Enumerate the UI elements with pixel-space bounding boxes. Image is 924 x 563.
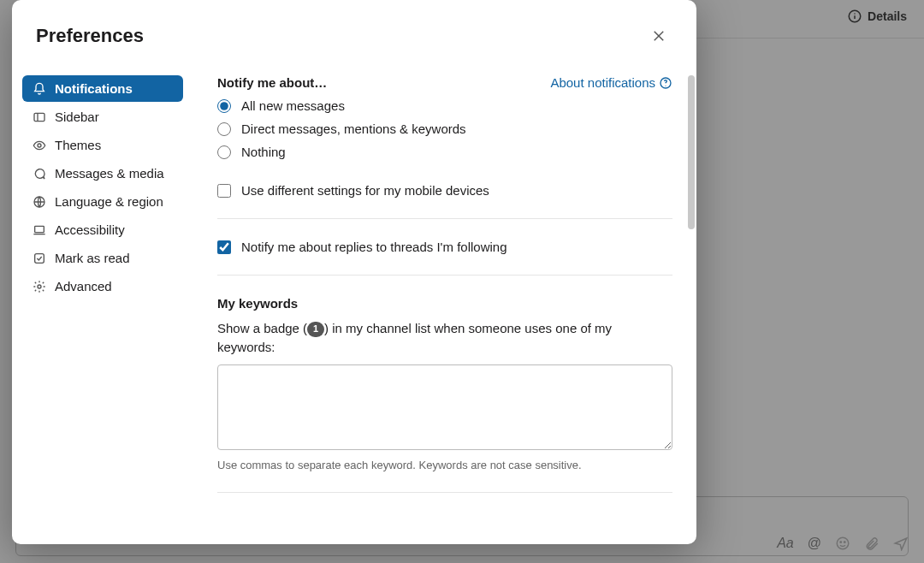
help-icon — [659, 76, 672, 90]
sidebar-item-messages-media[interactable]: Messages & media — [22, 160, 183, 187]
notify-radio-nothing[interactable]: Nothing — [217, 145, 672, 159]
gear-icon — [33, 280, 46, 293]
notify-radio-nothing-input[interactable] — [217, 145, 231, 159]
svg-rect-12 — [35, 226, 44, 232]
scrollbar-thumb[interactable] — [688, 75, 695, 229]
notify-radio-direct-input[interactable] — [217, 122, 231, 136]
sidebar-item-label: Accessibility — [55, 222, 125, 237]
svg-rect-8 — [34, 113, 44, 121]
svg-rect-13 — [35, 253, 44, 263]
sidebar-item-notifications[interactable]: Notifications — [22, 75, 183, 102]
checkbox-label: Notify me about replies to threads I'm f… — [241, 240, 507, 254]
modal-title: Preferences — [36, 25, 144, 47]
notify-radio-all[interactable]: All new messages — [217, 98, 672, 113]
radio-label: Direct messages, mentions & keywords — [241, 121, 466, 136]
radio-label: Nothing — [241, 145, 286, 159]
close-button[interactable] — [645, 22, 672, 50]
sidebar-item-label: Advanced — [55, 279, 112, 293]
check-square-icon — [33, 252, 46, 265]
sidebar-item-accessibility[interactable]: Accessibility — [22, 216, 183, 243]
divider — [217, 218, 672, 219]
notify-radio-all-input[interactable] — [217, 99, 231, 113]
my-keywords-title: My keywords — [217, 296, 672, 311]
preferences-modal: Preferences Notifications Sidebar Themes… — [12, 0, 696, 544]
badge-example-icon: 1 — [307, 322, 324, 337]
sidebar-item-advanced[interactable]: Advanced — [22, 273, 183, 299]
radio-label: All new messages — [241, 98, 345, 113]
sidebar-item-label: Language & region — [55, 194, 163, 209]
divider — [217, 492, 672, 493]
threads-checkbox[interactable] — [217, 240, 231, 254]
svg-point-16 — [665, 85, 666, 86]
keywords-textarea[interactable] — [217, 364, 672, 450]
sidebar-item-label: Themes — [55, 138, 101, 152]
sidebar-item-label: Messages & media — [55, 166, 164, 181]
sidebar-item-sidebar[interactable]: Sidebar — [22, 104, 183, 130]
about-notifications-link[interactable]: About notifications — [550, 75, 672, 90]
threads-checkbox-row[interactable]: Notify me about replies to threads I'm f… — [217, 240, 672, 254]
sidebar-item-label: Notifications — [55, 81, 133, 96]
svg-point-10 — [38, 144, 41, 147]
about-notifications-label: About notifications — [550, 75, 655, 90]
mobile-settings-checkbox[interactable] — [217, 184, 231, 198]
bell-icon — [33, 82, 46, 96]
chat-icon — [33, 167, 46, 181]
sidebar-item-themes[interactable]: Themes — [22, 132, 183, 158]
mobile-settings-checkbox-row[interactable]: Use different settings for my mobile dev… — [217, 183, 672, 198]
keywords-hint: Use commas to separate each keyword. Key… — [217, 459, 672, 471]
checkbox-label: Use different settings for my mobile dev… — [241, 183, 489, 198]
eye-icon — [33, 139, 46, 152]
sidebar-icon — [33, 110, 46, 124]
close-icon — [651, 28, 666, 44]
sidebar-item-mark-as-read[interactable]: Mark as read — [22, 245, 183, 271]
globe-icon — [33, 195, 46, 209]
notify-about-title: Notify me about… — [217, 75, 327, 90]
preferences-sidebar: Notifications Sidebar Themes Messages & … — [12, 67, 193, 544]
my-keywords-description: Show a badge (1) in my channel list when… — [217, 319, 672, 356]
laptop-icon — [33, 223, 46, 237]
preferences-content: Notify me about… About notifications All… — [193, 67, 696, 544]
svg-point-14 — [38, 285, 41, 288]
sidebar-item-label: Sidebar — [55, 110, 99, 124]
sidebar-item-language-region[interactable]: Language & region — [22, 188, 183, 215]
sidebar-item-label: Mark as read — [55, 251, 130, 265]
divider — [217, 275, 672, 276]
notify-radio-direct[interactable]: Direct messages, mentions & keywords — [217, 121, 672, 136]
